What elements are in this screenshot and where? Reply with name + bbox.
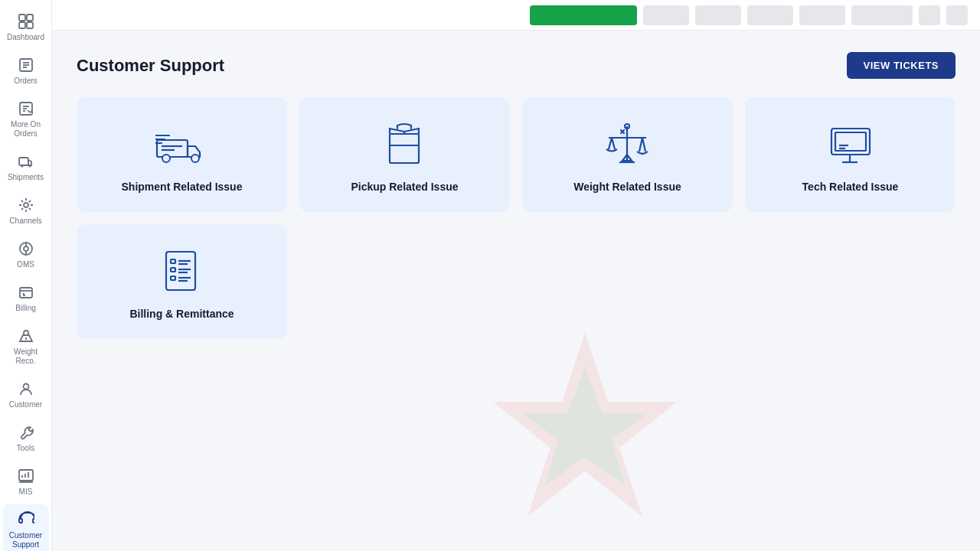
card-shipment-label: Shipment Related Issue: [122, 181, 243, 193]
top-bar-btn-6[interactable]: [851, 5, 913, 25]
tech-card-icon: [824, 122, 877, 168]
svg-point-25: [23, 384, 28, 390]
sidebar-item-customer-support-label: Customer Support: [6, 531, 46, 549]
sidebar-item-billing[interactable]: Billing: [3, 277, 49, 319]
sidebar-item-mis-label: MIS: [19, 487, 33, 497]
customer-icon: [17, 380, 35, 398]
svg-rect-66: [171, 268, 175, 272]
weight-reco-icon: [17, 327, 35, 345]
svg-point-15: [24, 203, 28, 207]
top-bar-btn-4[interactable]: [747, 5, 793, 25]
content-area: Customer Support VIEW TICKETS: [52, 31, 980, 551]
pickup-card-icon: [378, 122, 432, 168]
sidebar-item-orders-label: Orders: [14, 77, 38, 86]
weight-card-icon: [601, 122, 655, 168]
sidebar-item-weight-reco-label: Weight Reco.: [6, 347, 46, 366]
svg-rect-0: [19, 15, 25, 21]
svg-rect-26: [19, 470, 33, 481]
sidebar-item-shipments-label: Shipments: [8, 173, 44, 182]
dashboard-icon: [17, 12, 35, 31]
page-title: Customer Support: [77, 56, 224, 76]
tools-icon: [17, 423, 35, 442]
empty-card-2: [299, 224, 510, 339]
card-pickup[interactable]: Pickup Related Issue: [299, 97, 510, 212]
card-shipment[interactable]: Shipment Related Issue: [77, 97, 287, 212]
sidebar-item-dashboard-label: Dashboard: [7, 33, 44, 42]
card-weight[interactable]: Weight Related Issue: [522, 97, 733, 212]
issue-cards-row2: Billing & Remittance: [77, 224, 956, 339]
svg-line-52: [642, 138, 645, 152]
sidebar-item-tools-label: Tools: [17, 444, 34, 453]
sidebar-item-customer-support[interactable]: Customer Support: [3, 504, 49, 551]
top-bar-btn-8[interactable]: [946, 5, 968, 25]
card-pickup-label: Pickup Related Issue: [351, 181, 458, 193]
svg-line-49: [609, 138, 612, 149]
more-orders-icon: [17, 99, 35, 118]
sidebar-item-customer-label: Customer: [9, 400, 42, 409]
page-header: Customer Support VIEW TICKETS: [77, 52, 956, 79]
svg-point-36: [162, 155, 170, 162]
svg-line-50: [612, 138, 615, 149]
sidebar-item-orders[interactable]: Orders: [3, 50, 49, 92]
card-billing-label: Billing & Remittance: [129, 308, 234, 320]
sidebar-item-oms[interactable]: OMS: [3, 233, 49, 276]
svg-rect-1: [27, 15, 33, 21]
empty-card-3: [522, 224, 733, 339]
svg-point-17: [24, 246, 28, 251]
watermark-logo: [470, 321, 700, 551]
sidebar-item-customer[interactable]: Customer: [3, 373, 49, 416]
svg-rect-3: [27, 22, 33, 28]
billing-icon: [17, 283, 35, 302]
sidebar-item-weight-reco[interactable]: Weight Reco.: [3, 321, 49, 372]
sidebar-item-more-orders-label: More On Orders: [6, 120, 46, 139]
top-bar-btn-2[interactable]: [643, 5, 689, 25]
empty-card-4: [745, 224, 956, 339]
top-bar-btn-7[interactable]: [919, 5, 940, 25]
sidebar-item-channels-label: Channels: [9, 217, 41, 226]
issue-cards-row1: Shipment Related Issue: [77, 97, 956, 212]
mis-icon: [17, 467, 35, 485]
svg-rect-43: [390, 134, 419, 163]
card-tech[interactable]: Tech Related Issue: [745, 97, 956, 212]
sidebar-item-shipments[interactable]: Shipments: [3, 146, 49, 188]
top-bar-btn-3[interactable]: [695, 5, 741, 25]
top-bar: [52, 0, 980, 31]
svg-rect-20: [20, 288, 32, 298]
channels-icon: [17, 196, 35, 214]
top-bar-btn-1[interactable]: [530, 5, 637, 25]
billing-card-icon: [155, 249, 209, 295]
svg-marker-34: [522, 367, 648, 486]
orders-icon: [17, 56, 35, 74]
customer-support-icon: [17, 510, 35, 529]
card-tech-label: Tech Related Issue: [802, 181, 899, 193]
sidebar-item-oms-label: OMS: [17, 260, 34, 269]
svg-rect-69: [171, 276, 175, 280]
sidebar-item-mis[interactable]: MIS: [3, 461, 49, 503]
svg-point-13: [21, 165, 23, 168]
sidebar-item-channels[interactable]: Channels: [3, 190, 49, 232]
svg-marker-33: [493, 333, 677, 517]
shipments-icon: [17, 152, 35, 171]
sidebar-item-tools[interactable]: Tools: [3, 417, 49, 459]
view-tickets-button[interactable]: VIEW TICKETS: [847, 52, 956, 79]
svg-line-51: [639, 138, 642, 152]
card-weight-label: Weight Related Issue: [573, 181, 681, 193]
sidebar-item-dashboard[interactable]: Dashboard: [3, 6, 49, 48]
sidebar-item-more-orders[interactable]: More On Orders: [3, 93, 49, 145]
card-billing[interactable]: Billing & Remittance: [77, 224, 287, 339]
shipment-card-icon: [155, 122, 209, 168]
svg-point-14: [28, 165, 31, 168]
main-content: Customer Support VIEW TICKETS: [52, 0, 980, 551]
svg-rect-63: [171, 259, 175, 263]
oms-icon: [17, 240, 35, 258]
svg-rect-12: [19, 158, 28, 165]
sidebar-item-billing-label: Billing: [15, 304, 36, 313]
top-bar-btn-5[interactable]: [799, 5, 845, 25]
sidebar: Dashboard Orders More On Orders: [0, 0, 52, 551]
svg-rect-2: [19, 22, 25, 28]
svg-point-37: [191, 155, 199, 162]
